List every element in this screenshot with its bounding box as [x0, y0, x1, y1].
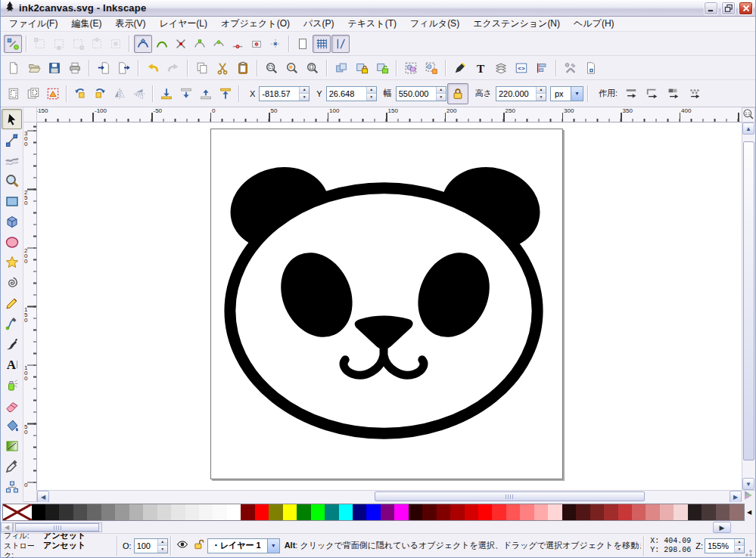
- snap-paths-button[interactable]: [153, 35, 171, 53]
- deselect-button[interactable]: [43, 84, 63, 104]
- vertical-scrollbar[interactable]: ▲ ▼: [742, 122, 755, 490]
- palette-swatch-d35f5f[interactable]: [632, 504, 646, 520]
- lock-ratio-button[interactable]: [447, 83, 468, 104]
- tool-eraser-tool[interactable]: [2, 395, 22, 415]
- flip-horizontal-button[interactable]: [110, 84, 129, 104]
- resize-grip[interactable]: [745, 538, 754, 557]
- minimize-button[interactable]: [704, 2, 718, 15]
- palette-swatch-c83737[interactable]: [618, 504, 632, 520]
- x-spin-down-button[interactable]: ▼: [300, 93, 309, 101]
- snap-guides-button[interactable]: [331, 35, 350, 53]
- tool-connector-tool[interactable]: [2, 476, 22, 497]
- zoom-spin-down-button[interactable]: ▼: [735, 545, 744, 553]
- palette-swatch-4d4d4d[interactable]: [73, 504, 87, 520]
- horizontal-ruler[interactable]: -150-100-50050100150200250300350400: [37, 107, 742, 122]
- palette-swatch-f5f5f5[interactable]: [199, 504, 213, 520]
- fill-stroke-dialog-button[interactable]: [450, 58, 470, 78]
- palette-swatch-b3b3b3[interactable]: [129, 504, 143, 520]
- palette-swatch-008000[interactable]: [297, 504, 310, 520]
- rotate-cw-button[interactable]: [90, 84, 110, 104]
- snap-smooth-nodes-button[interactable]: [210, 35, 228, 53]
- height-spin-down-button[interactable]: ▼: [537, 93, 546, 101]
- palette-swatch-0000ff[interactable]: [366, 504, 380, 520]
- affect-stroke-button[interactable]: [621, 84, 641, 104]
- cut-button[interactable]: [213, 58, 232, 78]
- palette-swatch-6c5353[interactable]: [716, 504, 730, 520]
- rotate-ccw-button[interactable]: [70, 84, 90, 104]
- tool-selector[interactable]: [2, 109, 22, 129]
- x-input[interactable]: ▲▼: [259, 86, 310, 101]
- palette-swatch-2b0000[interactable]: [409, 504, 422, 520]
- snap-page-border-button[interactable]: [294, 35, 312, 53]
- palette-swatch-333333[interactable]: [59, 504, 73, 520]
- print-document-button[interactable]: [65, 58, 85, 78]
- preferences-button[interactable]: [561, 58, 580, 78]
- canvas-viewport[interactable]: [37, 122, 742, 490]
- palette-swatch-999999[interactable]: [115, 504, 129, 520]
- tool-ellipse-tool[interactable]: [2, 231, 22, 252]
- opacity-spin-up-button[interactable]: ▲: [158, 539, 167, 546]
- palette-scroll-thumb[interactable]: [15, 523, 99, 532]
- palette-swatch-ff5555[interactable]: [506, 504, 520, 520]
- select-all-layers-button[interactable]: [23, 84, 43, 104]
- palette-swatch-f4d7d7[interactable]: [674, 504, 687, 520]
- palette-swatch-d9d9d9[interactable]: [157, 504, 171, 520]
- palette-swatch-000080[interactable]: [353, 504, 366, 520]
- opacity-value-field[interactable]: [135, 539, 157, 553]
- snap-path-intersections-button[interactable]: [172, 35, 190, 53]
- palette-swatch-800080[interactable]: [381, 504, 394, 520]
- palette-swatch-666666[interactable]: [87, 504, 101, 520]
- menu-f[interactable]: ファイル(F): [2, 16, 64, 32]
- menu-t[interactable]: テキスト(T): [341, 16, 403, 32]
- tool-gradient-tool[interactable]: [2, 436, 22, 456]
- horizontal-scrollbar[interactable]: ◀ ▶: [37, 490, 742, 502]
- y-spin-up-button[interactable]: ▲: [367, 87, 376, 94]
- palette-swatch-1a1a1a[interactable]: [45, 504, 59, 520]
- menu-e[interactable]: 編集(E): [64, 16, 108, 32]
- vertical-ruler[interactable]: 300250200150100500: [23, 122, 37, 490]
- snap-rotation-centers-button[interactable]: [266, 35, 285, 53]
- snap-object-centers-button[interactable]: [247, 35, 266, 53]
- tool-box3d-tool[interactable]: [2, 211, 22, 231]
- restore-button[interactable]: [721, 2, 736, 15]
- scroll-left-icon[interactable]: ◀: [37, 491, 49, 503]
- palette-swatch-ff0000[interactable]: [255, 504, 269, 520]
- palette-swatch-a02c2c[interactable]: [604, 504, 618, 520]
- raise-button[interactable]: [196, 84, 216, 104]
- palette-swatch-ff0000[interactable]: [478, 504, 492, 520]
- scroll-right-icon[interactable]: ▶: [730, 491, 742, 503]
- x-value-field[interactable]: [260, 87, 299, 101]
- width-spin-down-button[interactable]: ▼: [437, 93, 446, 101]
- zoom-spin-up-button[interactable]: ▲: [735, 539, 744, 546]
- palette-swatch-ff2a2a[interactable]: [492, 504, 506, 520]
- select-all-button[interactable]: [4, 84, 23, 104]
- zoom-page-button[interactable]: [303, 58, 322, 78]
- palette-swatch-280b0b[interactable]: [562, 504, 576, 520]
- palette-swatch-782121[interactable]: [590, 504, 604, 520]
- group-button[interactable]: [401, 58, 421, 78]
- export-button[interactable]: [114, 58, 134, 78]
- palette-swatch-none[interactable]: [3, 504, 32, 520]
- layer-dropdown-arrow-icon[interactable]: ▼: [267, 539, 279, 553]
- close-button[interactable]: [739, 2, 753, 15]
- tool-spiral-tool[interactable]: [2, 272, 22, 293]
- menu-o[interactable]: オブジェクト(O): [214, 16, 297, 32]
- create-clone-button[interactable]: [352, 58, 372, 78]
- y-value-field[interactable]: [327, 87, 366, 101]
- menu-n[interactable]: エクステンション(N): [466, 16, 567, 32]
- import-button[interactable]: [94, 58, 114, 78]
- width-input[interactable]: ▲▼: [396, 86, 446, 101]
- palette-swatch-ffd5d5[interactable]: [548, 504, 562, 520]
- text-dialog-button[interactable]: T: [471, 58, 490, 78]
- affect-gradients-button[interactable]: [664, 84, 683, 104]
- new-document-button[interactable]: [4, 58, 23, 78]
- snap-cusp-nodes-button[interactable]: [191, 35, 209, 53]
- snap-master-button[interactable]: [4, 35, 22, 53]
- layer-lock-toggle[interactable]: [191, 538, 207, 554]
- tool-zoom-tool[interactable]: [2, 170, 22, 191]
- palette-swatch-000000[interactable]: [32, 504, 45, 520]
- palette-swatch-ffffff[interactable]: [227, 504, 241, 520]
- color-managed-display-button[interactable]: [742, 490, 755, 502]
- layers-dialog-button[interactable]: [491, 58, 511, 78]
- zoom-input[interactable]: ▲▼: [705, 538, 745, 553]
